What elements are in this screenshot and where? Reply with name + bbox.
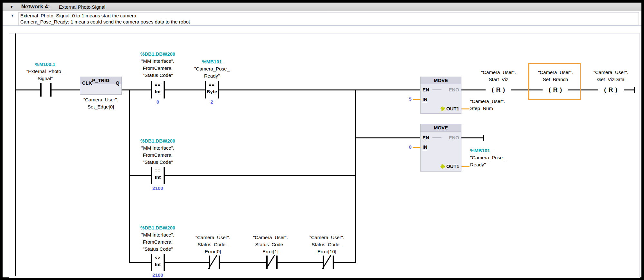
operand-status-code-eq0[interactable]: %DB1.DBW200 "MM Interface". FromCamera. … [127, 51, 188, 79]
operand-name-line[interactable]: "Camera_Pose_ [185, 65, 239, 72]
operand-name-line[interactable]: Error[0] [185, 248, 240, 255]
nc-slash [208, 255, 217, 269]
network-subtitle[interactable]: External Photo Signal [59, 4, 105, 10]
operand-name-line[interactable]: Status_Code_ [185, 241, 240, 248]
p-trig-block[interactable]: P_TRIG CLK Q [80, 77, 122, 95]
compare-operator: == [155, 83, 161, 87]
comment-line-2[interactable]: Camera_Pose_Ready: 1 means could send th… [20, 19, 190, 25]
reset-coil-start-viz[interactable]: ( R ) [486, 84, 511, 95]
compare-value[interactable]: 0 [148, 99, 167, 105]
operand-name-line[interactable]: Start_Viz [471, 76, 526, 83]
operand-name-line[interactable]: Ready" [470, 161, 525, 168]
operand-step-num[interactable]: "Camera_User". Step_Num [470, 98, 525, 112]
operand-name-line[interactable]: "MM Interface". [127, 231, 188, 238]
move1-pin-en[interactable]: EN [422, 87, 429, 93]
comment-separator [3, 25, 641, 26]
operand-name-line[interactable]: FromCamera. [127, 152, 188, 159]
compare-value[interactable]: 2100 [148, 185, 167, 191]
operand-name-line[interactable]: "MM Interface". [127, 58, 188, 65]
operand-name-line[interactable]: Set_Edge[0] [73, 103, 128, 110]
operand-name-line[interactable]: Ready" [185, 72, 239, 79]
operand-status-code-error10[interactable]: "Camera_User". Status_Code_ Error[10] [299, 234, 354, 255]
operand-name-line[interactable]: "Camera_Pose_ [470, 154, 525, 161]
reset-coil-get-vizdata[interactable]: ( R ) [598, 84, 624, 95]
operand-status-code-eq2100[interactable]: %DB1.DBW200 "MM Interface". FromCamera. … [127, 137, 188, 166]
operand-address[interactable]: %MB101 [185, 58, 239, 65]
operand-address[interactable]: %DB1.DBW200 [127, 137, 188, 145]
operand-name-line[interactable]: "Status Code" [127, 159, 188, 166]
operand-name-line[interactable]: Step_Num [470, 105, 525, 112]
insert-output-icon[interactable] [440, 107, 445, 111]
operand-status-code-error1[interactable]: "Camera_User". Status_Code_ Error[1] [243, 234, 298, 255]
compare-contact-status-code-ne2100[interactable]: <> Int [151, 254, 165, 271]
p-trig-pin-clk[interactable]: CLK [82, 80, 92, 86]
compare-datatype[interactable]: Int [155, 174, 161, 180]
move1-in-constant[interactable]: 5 [397, 96, 412, 102]
compare-contact-status-code-eq2100[interactable]: == Int [151, 167, 165, 184]
operand-address[interactable]: %MB101 [470, 147, 525, 154]
operand-set-edge[interactable]: "Camera_User". Set_Edge[0] [73, 96, 128, 110]
compare-value[interactable]: 2 [202, 99, 222, 105]
move2-in-constant[interactable]: 0 [397, 144, 412, 150]
move2-pin-en[interactable]: EN [422, 135, 429, 141]
move1-title[interactable]: MOVE [421, 77, 461, 84]
operand-name-line[interactable]: FromCamera. [127, 238, 188, 246]
compare-contact-pose-ready-eq2[interactable]: == Byte [205, 81, 219, 98]
compare-value[interactable]: 2100 [148, 272, 167, 278]
operand-name-line[interactable]: Signal" [18, 75, 72, 82]
operand-name-line[interactable]: Status_Code_ [243, 241, 298, 248]
operand-name-line[interactable]: "Status Code" [127, 72, 188, 79]
compare-datatype[interactable]: Int [155, 262, 161, 267]
move2-eno-wire [461, 137, 484, 138]
operand-camera-pose-ready[interactable]: %MB101 "Camera_Pose_ Ready" [185, 58, 239, 79]
move1-pin-eno[interactable]: ENO [449, 87, 459, 93]
operand-name-line[interactable]: Get_VizData [583, 76, 638, 83]
operand-name-line[interactable]: "Camera_User". [243, 234, 298, 241]
move2-block[interactable]: MOVE EN ENO IN OUT1 [420, 124, 461, 172]
operand-get-vizdata[interactable]: "Camera_User". Get_VizData [583, 69, 638, 83]
operand-name-line[interactable]: "Camera_User". [299, 234, 354, 241]
insert-output-icon[interactable] [440, 164, 445, 169]
operand-address[interactable]: %DB1.DBW200 [127, 51, 188, 58]
compare-datatype[interactable]: Int [155, 89, 161, 94]
contact-nc-status-code-error1[interactable] [266, 256, 278, 269]
operand-name-line[interactable]: "Status Code" [127, 246, 188, 253]
operand-name-line[interactable]: "Camera_User". [470, 98, 525, 105]
compare-contact-status-code-eq0[interactable]: == Int [151, 81, 165, 98]
operand-name-line[interactable]: "Camera_User". [185, 234, 240, 241]
contact-nc-status-code-error0[interactable] [209, 256, 220, 269]
operand-camera-pose-ready-out[interactable]: %MB101 "Camera_Pose_ Ready" [470, 147, 525, 168]
comment-line-1[interactable]: External_Photo_Signal: 0 to 1 means star… [20, 13, 136, 19]
move1-pin-in[interactable]: IN [422, 97, 427, 103]
operand-name-line[interactable]: FromCamera. [127, 65, 188, 72]
move2-title[interactable]: MOVE [421, 124, 461, 132]
move1-block[interactable]: MOVE EN ENO IN OUT1 [420, 77, 461, 114]
operand-name-line[interactable]: Error[10] [299, 248, 354, 255]
operand-status-code-ne2100[interactable]: %DB1.DBW200 "MM Interface". FromCamera. … [127, 224, 188, 253]
operand-address[interactable]: %M100.1 [18, 61, 72, 68]
operand-name-line[interactable]: Error[1] [243, 248, 298, 255]
compare-datatype[interactable]: Byte [207, 89, 217, 94]
operand-external-photo-signal[interactable]: %M100.1 "External_Photo_ Signal" [18, 61, 72, 82]
move2-in-wire [413, 147, 420, 148]
operand-name-line[interactable]: Status_Code_ [299, 241, 354, 248]
operand-name-line[interactable]: "Camera_User". [583, 69, 638, 76]
operand-name-line[interactable]: "External_Photo_ [18, 68, 72, 75]
move1-pin-out1[interactable]: OUT1 [446, 106, 459, 111]
collapse-comment-icon[interactable]: ▼ [11, 14, 14, 17]
operand-name-line[interactable]: "Camera_User". [73, 96, 128, 103]
network-title-bar[interactable]: ▼ Network 4: External Photo Signal [3, 3, 641, 11]
move1-out1-wire [461, 108, 469, 109]
p-trig-pin-q[interactable]: Q [116, 80, 119, 86]
operand-address[interactable]: %DB1.DBW200 [127, 224, 188, 231]
contact-no-external-photo-signal[interactable] [40, 83, 52, 97]
operand-status-code-error0[interactable]: "Camera_User". Status_Code_ Error[0] [185, 234, 240, 255]
collapse-network-icon[interactable]: ▼ [10, 5, 14, 9]
operand-name-line[interactable]: "MM Interface". [127, 145, 188, 152]
move2-pin-out1[interactable]: OUT1 [446, 163, 459, 169]
operand-start-viz[interactable]: "Camera_User". Start_Viz [471, 69, 526, 83]
operand-name-line[interactable]: "Camera_User". [471, 69, 526, 76]
move2-pin-eno[interactable]: ENO [449, 135, 459, 141]
contact-nc-status-code-error10[interactable] [323, 256, 334, 269]
move2-pin-in[interactable]: IN [422, 144, 427, 151]
